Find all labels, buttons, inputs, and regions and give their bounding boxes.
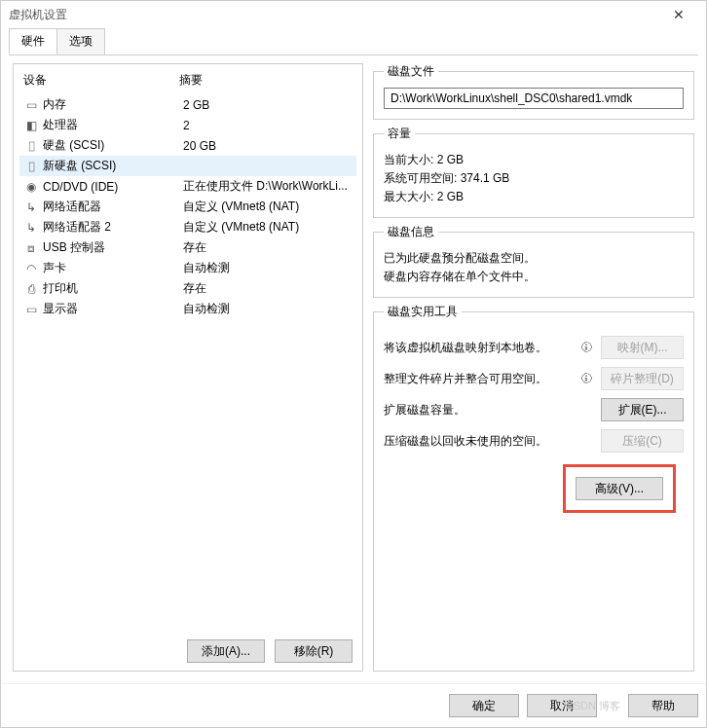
info-icon: 🛈 — [577, 341, 595, 354]
current-size: 当前大小: 2 GB — [384, 152, 684, 168]
device-name: 硬盘 (SCSI) — [43, 137, 179, 154]
device-name: 新硬盘 (SCSI) — [43, 158, 179, 174]
map-button[interactable]: 映射(M)... — [601, 336, 684, 359]
device-summary: 2 — [183, 119, 353, 132]
device-icon: ⧈ — [23, 241, 39, 255]
device-row[interactable]: ↳网络适配器自定义 (VMnet8 (NAT) — [19, 197, 356, 217]
disk-tools-legend: 磁盘实用工具 — [384, 304, 462, 320]
device-panel: 设备 摘要 ▭内存2 GB◧处理器2⌷硬盘 (SCSI)20 GB⌷新硬盘 (S… — [13, 63, 363, 672]
help-button[interactable]: 帮助 — [628, 694, 698, 717]
free-space: 系统可用空间: 374.1 GB — [384, 170, 684, 187]
col-summary: 摘要 — [179, 72, 203, 89]
advanced-highlight: 高级(V)... — [563, 464, 676, 513]
tab-hardware[interactable]: 硬件 — [9, 28, 57, 55]
add-button[interactable]: 添加(A)... — [187, 639, 265, 663]
device-name: 显示器 — [43, 301, 179, 317]
advanced-button[interactable]: 高级(V)... — [576, 477, 663, 500]
device-summary: 存在 — [183, 280, 353, 297]
defrag-text: 整理文件碎片并整合可用空间。 — [384, 371, 572, 387]
info-icon: 🛈 — [577, 372, 595, 385]
device-row[interactable]: ▭内存2 GB — [19, 94, 356, 115]
device-icon: ▭ — [23, 303, 39, 316]
device-icon: ◉ — [23, 180, 39, 194]
device-icon: ↳ — [23, 200, 39, 214]
compact-button[interactable]: 压缩(C) — [601, 429, 684, 453]
capacity-legend: 容量 — [384, 126, 415, 142]
cancel-button[interactable]: 取消 — [527, 694, 597, 717]
device-summary: 自动检测 — [183, 260, 353, 276]
disk-file-path[interactable]: D:\Work\WorkLinux\shell_DSC0\shared1.vmd… — [384, 88, 684, 109]
disk-info-group: 磁盘信息 已为此硬盘预分配磁盘空间。 硬盘内容存储在单个文件中。 — [373, 224, 694, 298]
col-device: 设备 — [23, 72, 179, 89]
device-row[interactable]: ⎙打印机存在 — [19, 278, 356, 299]
close-icon[interactable]: ✕ — [659, 7, 698, 22]
device-summary: 正在使用文件 D:\Work\WorkLi... — [183, 178, 353, 195]
compact-text: 压缩磁盘以回收未使用的空间。 — [384, 433, 572, 450]
device-name: 声卡 — [43, 260, 179, 276]
device-summary: 自定义 (VMnet8 (NAT) — [183, 219, 353, 236]
device-list[interactable]: ▭内存2 GB◧处理器2⌷硬盘 (SCSI)20 GB⌷新硬盘 (SCSI)◉C… — [19, 94, 356, 634]
disk-tools-group: 磁盘实用工具 将该虚拟机磁盘映射到本地卷。 🛈 映射(M)... 整理文件碎片并… — [373, 304, 694, 672]
device-row[interactable]: ⧈USB 控制器存在 — [19, 237, 356, 258]
device-icon: ⎙ — [23, 282, 39, 296]
device-summary: 2 GB — [183, 98, 353, 112]
device-name: 网络适配器 — [43, 199, 179, 215]
device-row[interactable]: ◠声卡自动检测 — [19, 258, 356, 278]
expand-text: 扩展磁盘容量。 — [384, 402, 572, 419]
device-name: 网络适配器 2 — [43, 219, 179, 236]
device-icon: ↳ — [23, 221, 39, 235]
device-summary: 20 GB — [183, 139, 353, 153]
device-row[interactable]: ◉CD/DVD (IDE)正在使用文件 D:\Work\WorkLi... — [19, 176, 356, 197]
device-name: CD/DVD (IDE) — [43, 180, 179, 194]
tab-options[interactable]: 选项 — [56, 28, 105, 55]
device-name: 处理器 — [43, 117, 179, 133]
device-summary: 自定义 (VMnet8 (NAT) — [183, 199, 353, 215]
device-icon: ◧ — [23, 119, 39, 132]
device-icon: ◠ — [23, 262, 39, 275]
expand-button[interactable]: 扩展(E)... — [601, 398, 684, 421]
defrag-button[interactable]: 碎片整理(D) — [601, 367, 684, 390]
device-row[interactable]: ▭显示器自动检测 — [19, 299, 356, 319]
disk-info-legend: 磁盘信息 — [384, 224, 438, 240]
disk-info-line2: 硬盘内容存储在单个文件中。 — [384, 269, 684, 285]
device-summary: 存在 — [183, 239, 353, 256]
disk-file-legend: 磁盘文件 — [384, 63, 438, 80]
remove-button[interactable]: 移除(R) — [275, 639, 353, 663]
map-text: 将该虚拟机磁盘映射到本地卷。 — [384, 340, 572, 356]
device-icon: ⌷ — [23, 160, 39, 173]
device-row[interactable]: ↳网络适配器 2自定义 (VMnet8 (NAT) — [19, 217, 356, 237]
disk-file-group: 磁盘文件 D:\Work\WorkLinux\shell_DSC0\shared… — [373, 63, 694, 120]
device-icon: ▭ — [23, 98, 39, 112]
device-row[interactable]: ◧处理器2 — [19, 115, 356, 135]
device-name: 内存 — [43, 96, 179, 113]
device-name: 打印机 — [43, 280, 179, 297]
device-row[interactable]: ⌷硬盘 (SCSI)20 GB — [19, 135, 356, 156]
disk-info-line1: 已为此硬盘预分配磁盘空间。 — [384, 250, 684, 267]
window-title: 虚拟机设置 — [9, 7, 659, 23]
capacity-group: 容量 当前大小: 2 GB 系统可用空间: 374.1 GB 最大大小: 2 G… — [373, 126, 694, 218]
ok-button[interactable]: 确定 — [449, 694, 519, 717]
device-icon: ⌷ — [23, 139, 39, 153]
device-name: USB 控制器 — [43, 239, 179, 256]
device-summary: 自动检测 — [183, 301, 353, 317]
max-size: 最大大小: 2 GB — [384, 189, 684, 205]
device-row[interactable]: ⌷新硬盘 (SCSI) — [19, 156, 356, 176]
